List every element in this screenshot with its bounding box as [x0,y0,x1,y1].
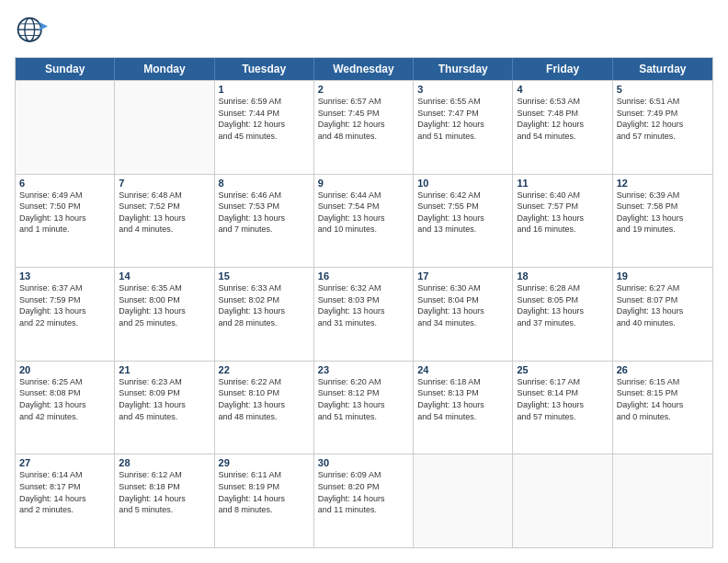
calendar-cell: 13Sunrise: 6:37 AM Sunset: 7:59 PM Dayli… [16,268,115,361]
day-info: Sunrise: 6:25 AM Sunset: 8:08 PM Dayligh… [19,376,110,422]
calendar-cell: 26Sunrise: 6:15 AM Sunset: 8:15 PM Dayli… [613,362,712,454]
day-number: 22 [219,364,310,375]
day-number: 27 [19,457,110,468]
calendar-cell: 6Sunrise: 6:49 AM Sunset: 7:50 PM Daylig… [16,175,115,268]
day-number: 23 [318,364,409,375]
weekday-header-tuesday: Tuesday [215,58,314,80]
day-number: 3 [417,84,508,95]
calendar-cell [513,454,612,547]
calendar-cell: 22Sunrise: 6:22 AM Sunset: 8:10 PM Dayli… [215,362,314,454]
day-info: Sunrise: 6:18 AM Sunset: 8:13 PM Dayligh… [417,376,508,422]
calendar-row-5: 27Sunrise: 6:14 AM Sunset: 8:17 PM Dayli… [16,454,712,547]
day-info: Sunrise: 6:27 AM Sunset: 8:07 PM Dayligh… [617,282,709,328]
day-number: 1 [219,84,310,95]
page: SundayMondayTuesdayWednesdayThursdayFrid… [0,0,728,563]
header [15,15,713,48]
calendar-cell: 27Sunrise: 6:14 AM Sunset: 8:17 PM Dayli… [16,454,115,547]
svg-marker-5 [38,21,48,31]
calendar-cell: 30Sunrise: 6:09 AM Sunset: 8:20 PM Dayli… [314,454,414,547]
day-number: 12 [617,178,709,189]
calendar-cell: 20Sunrise: 6:25 AM Sunset: 8:08 PM Dayli… [16,362,115,454]
weekday-header-saturday: Saturday [613,58,712,80]
day-number: 18 [517,270,608,282]
day-number: 14 [119,270,210,282]
day-info: Sunrise: 6:46 AM Sunset: 7:53 PM Dayligh… [219,190,310,236]
day-number: 17 [417,270,508,282]
day-info: Sunrise: 6:12 AM Sunset: 8:18 PM Dayligh… [119,469,210,515]
day-number: 20 [19,364,110,375]
calendar-cell: 2Sunrise: 6:57 AM Sunset: 7:45 PM Daylig… [314,81,414,174]
day-info: Sunrise: 6:15 AM Sunset: 8:15 PM Dayligh… [617,376,709,422]
day-info: Sunrise: 6:48 AM Sunset: 7:52 PM Dayligh… [119,190,210,236]
day-number: 6 [19,178,110,189]
day-number: 30 [318,457,409,468]
day-number: 26 [617,364,709,375]
day-number: 24 [417,364,508,375]
day-info: Sunrise: 6:32 AM Sunset: 8:03 PM Dayligh… [318,282,409,328]
calendar-cell: 1Sunrise: 6:59 AM Sunset: 7:44 PM Daylig… [215,81,314,174]
day-number: 19 [617,270,709,282]
day-info: Sunrise: 6:57 AM Sunset: 7:45 PM Dayligh… [318,96,409,142]
calendar-cell [16,81,115,174]
day-info: Sunrise: 6:30 AM Sunset: 8:04 PM Dayligh… [417,282,508,328]
day-number: 21 [119,364,210,375]
day-info: Sunrise: 6:20 AM Sunset: 8:12 PM Dayligh… [318,376,409,422]
day-info: Sunrise: 6:40 AM Sunset: 7:57 PM Dayligh… [517,190,608,236]
calendar-cell: 24Sunrise: 6:18 AM Sunset: 8:13 PM Dayli… [414,362,513,454]
day-info: Sunrise: 6:53 AM Sunset: 7:48 PM Dayligh… [517,96,608,142]
calendar-cell: 17Sunrise: 6:30 AM Sunset: 8:04 PM Dayli… [414,268,513,361]
day-info: Sunrise: 6:28 AM Sunset: 8:05 PM Dayligh… [517,282,608,328]
calendar: SundayMondayTuesdayWednesdayThursdayFrid… [15,57,713,548]
calendar-cell [613,454,712,547]
day-info: Sunrise: 6:09 AM Sunset: 8:20 PM Dayligh… [318,469,409,515]
calendar-cell: 29Sunrise: 6:11 AM Sunset: 8:19 PM Dayli… [215,454,314,547]
calendar-cell: 18Sunrise: 6:28 AM Sunset: 8:05 PM Dayli… [513,268,612,361]
calendar-cell: 10Sunrise: 6:42 AM Sunset: 7:55 PM Dayli… [414,175,513,268]
calendar-cell: 21Sunrise: 6:23 AM Sunset: 8:09 PM Dayli… [115,362,214,454]
day-number: 10 [417,178,508,189]
calendar-cell [414,454,513,547]
calendar-cell: 5Sunrise: 6:51 AM Sunset: 7:49 PM Daylig… [613,81,712,174]
calendar-cell: 3Sunrise: 6:55 AM Sunset: 7:47 PM Daylig… [414,81,513,174]
calendar-row-1: 1Sunrise: 6:59 AM Sunset: 7:44 PM Daylig… [16,80,712,174]
day-info: Sunrise: 6:51 AM Sunset: 7:49 PM Dayligh… [617,96,709,142]
day-number: 4 [517,84,608,95]
calendar-cell: 15Sunrise: 6:33 AM Sunset: 8:02 PM Dayli… [215,268,314,361]
day-number: 8 [219,178,310,189]
calendar-cell [115,81,214,174]
day-number: 9 [318,178,409,189]
day-number: 7 [119,178,210,189]
day-info: Sunrise: 6:39 AM Sunset: 7:58 PM Dayligh… [617,190,709,236]
calendar-cell: 23Sunrise: 6:20 AM Sunset: 8:12 PM Dayli… [314,362,414,454]
logo [15,15,51,48]
weekday-header-friday: Friday [513,58,612,80]
day-info: Sunrise: 6:37 AM Sunset: 7:59 PM Dayligh… [19,282,110,328]
weekday-header-monday: Monday [115,58,214,80]
day-info: Sunrise: 6:14 AM Sunset: 8:17 PM Dayligh… [19,469,110,515]
calendar-cell: 14Sunrise: 6:35 AM Sunset: 8:00 PM Dayli… [115,268,214,361]
day-info: Sunrise: 6:23 AM Sunset: 8:09 PM Dayligh… [119,376,210,422]
day-number: 16 [318,270,409,282]
day-number: 2 [318,84,409,95]
calendar-cell: 16Sunrise: 6:32 AM Sunset: 8:03 PM Dayli… [314,268,414,361]
day-number: 28 [119,457,210,468]
day-info: Sunrise: 6:11 AM Sunset: 8:19 PM Dayligh… [219,469,310,515]
calendar-cell: 7Sunrise: 6:48 AM Sunset: 7:52 PM Daylig… [115,175,214,268]
day-info: Sunrise: 6:17 AM Sunset: 8:14 PM Dayligh… [517,376,608,422]
day-info: Sunrise: 6:22 AM Sunset: 8:10 PM Dayligh… [219,376,310,422]
day-number: 11 [517,178,608,189]
calendar-row-4: 20Sunrise: 6:25 AM Sunset: 8:08 PM Dayli… [16,361,712,454]
day-number: 5 [617,84,709,95]
calendar-body: 1Sunrise: 6:59 AM Sunset: 7:44 PM Daylig… [16,80,712,547]
day-info: Sunrise: 6:35 AM Sunset: 8:00 PM Dayligh… [119,282,210,328]
calendar-cell: 12Sunrise: 6:39 AM Sunset: 7:58 PM Dayli… [613,175,712,268]
logo-icon [15,15,48,48]
day-info: Sunrise: 6:55 AM Sunset: 7:47 PM Dayligh… [417,96,508,142]
calendar-cell: 11Sunrise: 6:40 AM Sunset: 7:57 PM Dayli… [513,175,612,268]
day-info: Sunrise: 6:49 AM Sunset: 7:50 PM Dayligh… [19,190,110,236]
calendar-header: SundayMondayTuesdayWednesdayThursdayFrid… [16,58,712,80]
day-info: Sunrise: 6:44 AM Sunset: 7:54 PM Dayligh… [318,190,409,236]
day-number: 15 [219,270,310,282]
day-number: 29 [219,457,310,468]
weekday-header-wednesday: Wednesday [314,58,414,80]
